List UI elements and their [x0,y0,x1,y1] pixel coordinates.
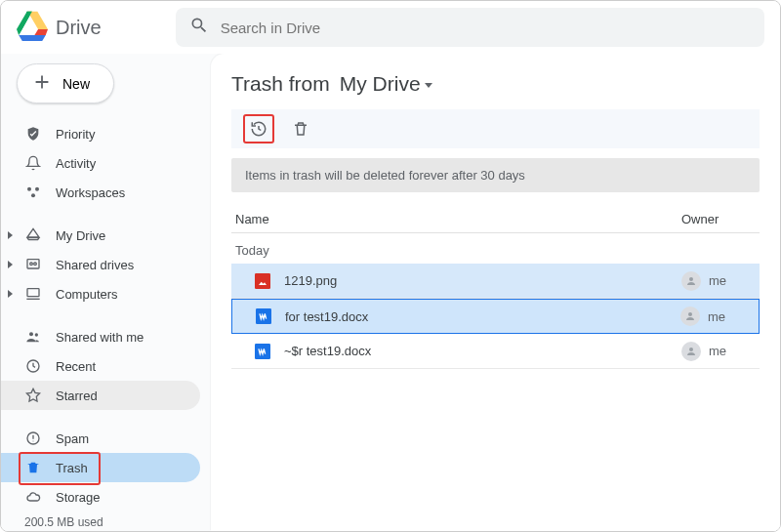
file-row[interactable]: for test19.docx me [231,299,760,334]
owner-label: me [709,344,726,358]
nav-label: Recent [56,359,96,374]
cloud-icon [24,489,42,505]
owner-label: me [708,309,725,324]
svg-point-7 [29,332,33,336]
computers-icon [24,286,42,302]
bell-icon [24,155,42,171]
nav-section-1: Priority Activity Workspaces [1,117,210,209]
workspaces-icon [24,184,42,200]
svg-rect-6 [27,289,39,297]
spam-icon [24,430,42,446]
svg-point-0 [27,187,31,191]
main-content: Trash from My Drive Items in trash will … [211,54,780,531]
file-name: ~$r test19.docx [284,344,371,358]
nav-storage[interactable]: Storage [1,482,200,512]
nav-starred[interactable]: Starred [1,381,200,410]
nav-trash[interactable]: Trash [1,453,200,482]
nav-recent[interactable]: Recent [1,351,200,381]
nav-label: Trash [56,461,88,475]
header: Drive [1,1,780,54]
app: Drive New Priority [1,1,780,531]
drive-scope-label: My Drive [340,72,421,96]
star-icon [24,388,42,403]
svg-point-16 [689,348,693,351]
search-input[interactable] [221,20,751,36]
title-prefix: Trash from [231,72,330,96]
storage-used-text: 200.5 MB used [1,515,210,529]
column-headers: Name Owner [231,206,760,233]
nav-label: Computers [56,287,118,302]
svg-point-2 [31,193,35,197]
file-name: 1219.png [284,273,337,288]
search-bar [176,8,764,47]
file-row[interactable]: ~$r test19.docx me [231,334,760,369]
nav-shared-drives[interactable]: Shared drives [1,250,200,279]
drive-scope-dropdown[interactable]: My Drive [340,72,432,96]
nav-label: Shared with me [56,330,144,345]
priority-icon [24,126,42,142]
svg-point-8 [35,333,38,336]
clock-icon [24,358,42,374]
drive-logo-icon [17,10,48,45]
nav-label: Starred [56,389,98,403]
docx-file-icon [255,344,270,359]
app-title: Drive [56,17,102,39]
caret-down-icon [425,83,432,88]
selection-toolbar [231,109,760,148]
image-file-icon [255,273,270,289]
expand-icon[interactable] [8,290,13,298]
nav-my-drive[interactable]: My Drive [1,221,200,250]
col-name-header[interactable]: Name [231,212,681,226]
nav-priority[interactable]: Priority [1,119,200,148]
expand-icon[interactable] [8,261,13,268]
search-icon [189,16,209,39]
group-today: Today [231,233,760,264]
nav-label: My Drive [56,228,105,243]
new-label: New [62,76,90,92]
nav-section-4: Spam Trash Storage 200.5 MB used [1,422,210,531]
owner-avatar-icon [680,307,700,326]
svg-point-12 [689,277,693,281]
nav-workspaces[interactable]: Workspaces [1,178,200,207]
logo[interactable]: Drive [17,10,102,45]
nav-section-2: My Drive Shared drives Computers [1,219,210,310]
owner-avatar-icon [681,271,701,291]
docx-file-icon [256,308,271,324]
nav-activity[interactable]: Activity [1,148,200,178]
nav-label: Spam [56,431,89,446]
new-button[interactable]: New [17,63,114,103]
expand-icon[interactable] [8,231,13,239]
nav-label: Shared drives [56,258,134,272]
trash-icon [24,460,42,475]
shared-drives-icon [24,257,42,272]
nav-label: Storage [56,490,101,505]
restore-button[interactable] [243,114,274,143]
svg-point-1 [35,187,39,191]
nav-label: Activity [56,156,96,171]
search-container[interactable] [176,8,764,47]
owner-avatar-icon [681,342,701,361]
delete-forever-button[interactable] [286,114,315,143]
svg-point-4 [30,263,33,266]
owner-label: me [709,273,726,288]
page-title: Trash from My Drive [231,72,760,96]
file-name: for test19.docx [285,309,368,324]
file-row[interactable]: 1219.png me [231,264,760,299]
trash-notice: Items in trash will be deleted forever a… [231,158,760,192]
svg-point-5 [34,263,37,266]
nav-spam[interactable]: Spam [1,424,200,453]
sidebar: New Priority Activity Workspaces [1,54,211,531]
svg-point-14 [688,312,692,316]
people-icon [24,329,42,345]
my-drive-icon [24,227,42,243]
nav-label: Workspaces [56,185,125,200]
nav-label: Priority [56,127,95,142]
nav-shared-with-me[interactable]: Shared with me [1,322,200,351]
col-owner-header[interactable]: Owner [681,212,760,226]
plus-icon [31,71,53,96]
nav-computers[interactable]: Computers [1,279,200,308]
nav-section-3: Shared with me Recent Starred [1,320,210,412]
svg-rect-11 [255,273,270,289]
body: New Priority Activity Workspaces [1,54,780,531]
